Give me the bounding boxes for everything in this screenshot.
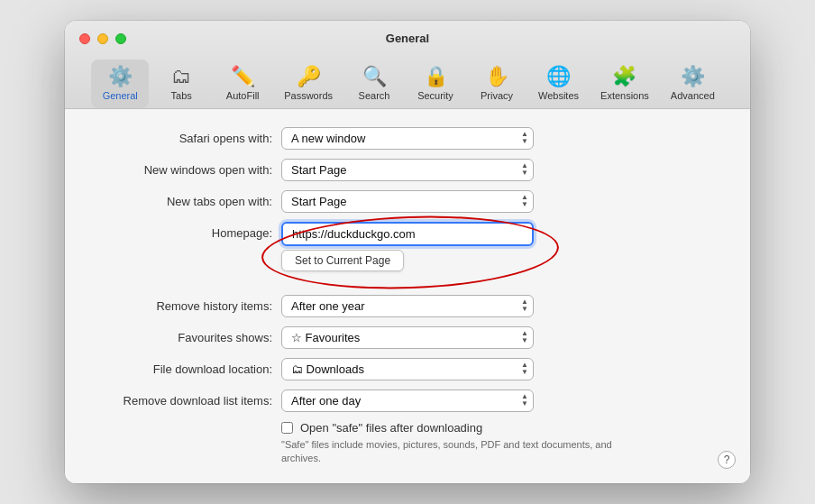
open-safe-files-wrapper: Open "safe" files after downloading <box>281 421 482 435</box>
remove-download-label: Remove download list items: <box>101 394 281 408</box>
tab-autofill[interactable]: ✏️ AutoFill <box>214 60 271 108</box>
file-download-row: File download location: 🗂 Downloads Desk… <box>101 358 714 380</box>
remove-download-row: Remove download list items: After one da… <box>101 389 714 412</box>
homepage-input-wrapper: Set to Current Page <box>281 222 534 271</box>
file-download-label: File download location: <box>101 362 281 376</box>
settings-window: General ⚙️ General 🗂 Tabs ✏️ AutoFill 🔑 … <box>65 21 750 484</box>
passwords-icon: 🔑 <box>297 65 321 88</box>
new-windows-select[interactable]: Start Page Homepage Empty Page <box>281 159 534 181</box>
advanced-icon: ⚙️ <box>681 65 705 88</box>
homepage-label: Homepage: <box>101 222 281 240</box>
open-safe-files-help-text: "Safe" files include movies, pictures, s… <box>281 438 624 466</box>
tab-general[interactable]: ⚙️ General <box>91 60 149 108</box>
file-download-wrapper: 🗂 Downloads Desktop Ask for each downloa… <box>281 358 534 380</box>
window-title: General <box>386 32 429 45</box>
traffic-lights <box>79 33 126 44</box>
remove-download-wrapper: After one day After one week Upon succes… <box>281 389 534 412</box>
privacy-icon: ✋ <box>485 65 509 88</box>
open-safe-files-label: Open "safe" files after downloading <box>300 421 482 435</box>
tabs-icon: 🗂 <box>171 65 191 88</box>
tab-tabs[interactable]: 🗂 Tabs <box>152 60 210 108</box>
new-tabs-control: Start Page Homepage Empty Page ▲▼ <box>281 190 714 213</box>
file-download-select[interactable]: 🗂 Downloads Desktop Ask for each downloa… <box>281 358 534 380</box>
minimize-button[interactable] <box>97 33 108 44</box>
websites-icon: 🌐 <box>546 65 571 88</box>
remove-history-control: After one day After one week After two w… <box>281 295 714 317</box>
extensions-icon: 🧩 <box>612 65 636 88</box>
new-windows-label: New windows open with: <box>101 163 281 177</box>
safari-opens-with-row: Safari opens with: A new window A new ta… <box>101 127 714 150</box>
new-tabs-label: New tabs open with: <box>101 195 281 208</box>
remove-download-control: After one day After one week Upon succes… <box>281 389 714 412</box>
tab-advanced[interactable]: ⚙️ Advanced <box>662 60 724 108</box>
close-button[interactable] <box>79 33 90 44</box>
remove-history-select[interactable]: After one day After one week After two w… <box>281 295 534 317</box>
toolbar: ⚙️ General 🗂 Tabs ✏️ AutoFill 🔑 Password… <box>91 54 724 108</box>
safari-opens-with-wrapper: A new window A new tab A new private win… <box>281 127 534 150</box>
new-tabs-wrapper: Start Page Homepage Empty Page ▲▼ <box>281 190 534 213</box>
new-tabs-row: New tabs open with: Start Page Homepage … <box>101 190 714 213</box>
autofill-icon: ✏️ <box>231 65 255 88</box>
new-windows-row: New windows open with: Start Page Homepa… <box>101 159 714 181</box>
favourites-shows-label: Favourites shows: <box>101 331 281 344</box>
open-safe-files-row: Open "safe" files after downloading <box>281 421 714 435</box>
tab-privacy[interactable]: ✋ Privacy <box>468 60 526 108</box>
new-windows-control: Start Page Homepage Empty Page ▲▼ <box>281 159 714 181</box>
file-download-control: 🗂 Downloads Desktop Ask for each downloa… <box>281 358 714 380</box>
safari-opens-with-label: Safari opens with: <box>101 132 281 145</box>
general-icon: ⚙️ <box>108 65 133 88</box>
remove-history-label: Remove history items: <box>101 299 281 313</box>
safari-opens-with-control: A new window A new tab A new private win… <box>281 127 714 150</box>
tab-search[interactable]: 🔍 Search <box>345 60 403 108</box>
homepage-input[interactable] <box>281 222 534 246</box>
tab-passwords[interactable]: 🔑 Passwords <box>275 60 342 108</box>
titlebar: General ⚙️ General 🗂 Tabs ✏️ AutoFill 🔑 … <box>65 21 750 109</box>
new-tabs-select[interactable]: Start Page Homepage Empty Page <box>281 190 534 213</box>
content-area: Safari opens with: A new window A new ta… <box>65 109 750 484</box>
favourites-shows-select[interactable]: ☆ Favourites Bookmarks Reading List <box>281 326 534 349</box>
safari-opens-with-select[interactable]: A new window A new tab A new private win… <box>281 127 534 150</box>
search-icon: 🔍 <box>362 65 387 88</box>
set-current-page-button[interactable]: Set to Current Page <box>281 250 404 271</box>
tab-security[interactable]: 🔒 Security <box>407 60 464 108</box>
favourites-shows-row: Favourites shows: ☆ Favourites Bookmarks… <box>101 326 714 349</box>
tab-extensions[interactable]: 🧩 Extensions <box>591 60 658 108</box>
open-safe-files-checkbox[interactable] <box>281 422 293 434</box>
maximize-button[interactable] <box>115 33 126 44</box>
favourites-shows-control: ☆ Favourites Bookmarks Reading List ▲▼ <box>281 326 714 349</box>
remove-history-wrapper: After one day After one week After two w… <box>281 295 534 317</box>
favourites-shows-wrapper: ☆ Favourites Bookmarks Reading List ▲▼ <box>281 326 534 349</box>
remove-history-row: Remove history items: After one day Afte… <box>101 295 714 317</box>
security-icon: 🔒 <box>424 65 448 88</box>
tab-websites[interactable]: 🌐 Websites <box>529 60 588 108</box>
new-windows-wrapper: Start Page Homepage Empty Page ▲▼ <box>281 159 534 181</box>
remove-download-select[interactable]: After one day After one week Upon succes… <box>281 389 534 412</box>
homepage-row: Homepage: Set to Current Page <box>101 222 714 271</box>
